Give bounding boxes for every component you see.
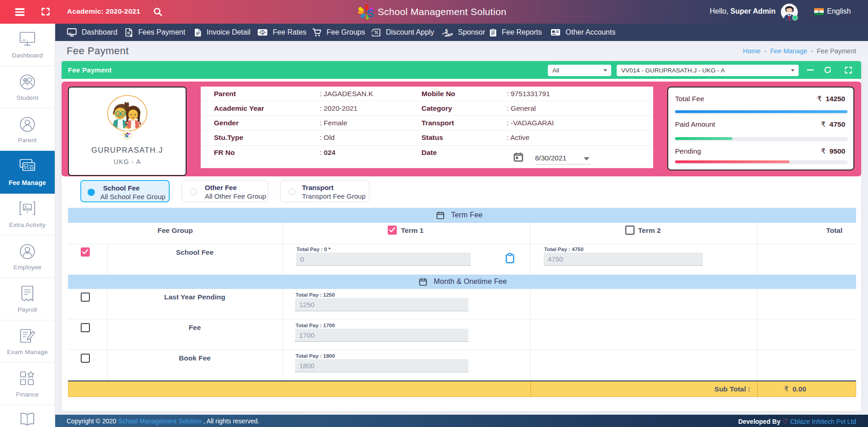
svg-text:1: 1 [262,31,264,35]
svg-text:S: S [367,7,374,20]
svg-text:$: $ [130,33,132,37]
svg-text:S: S [125,133,128,138]
